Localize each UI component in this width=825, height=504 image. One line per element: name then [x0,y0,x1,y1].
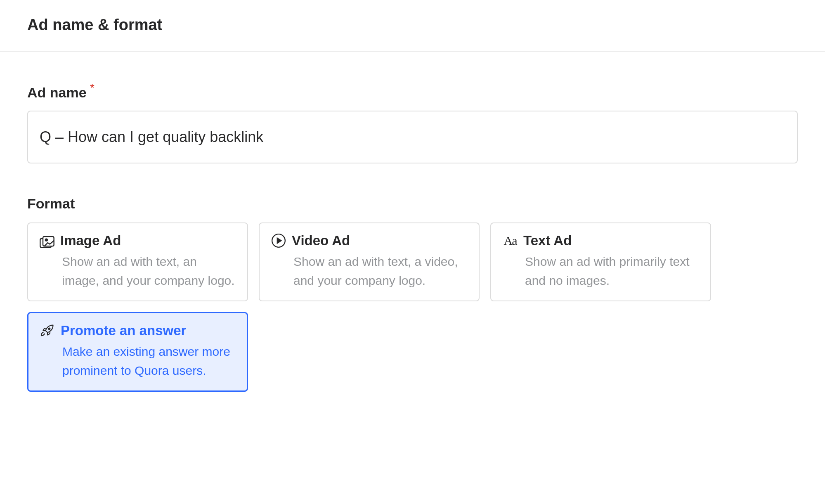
format-card-text-ad[interactable]: Aa Text Ad Show an ad with primarily tex… [490,222,711,301]
format-grid: Image Ad Show an ad with text, an image,… [27,222,798,392]
format-label: Format [27,196,798,212]
text-aa-icon: Aa [502,232,518,249]
format-card-desc: Show an ad with text, a video, and your … [270,252,469,291]
svg-point-1 [45,239,47,241]
format-card-desc: Make an existing answer more prominent t… [39,342,237,381]
ad-name-label-row: Ad name * [27,85,798,101]
format-card-desc: Show an ad with primarily text and no im… [502,252,700,291]
ad-name-input[interactable] [27,111,798,163]
svg-rect-0 [43,237,54,246]
format-card-title: Text Ad [523,233,572,248]
format-card-promote-answer[interactable]: Promote an answer Make an existing answe… [27,312,248,392]
section-title: Ad name & format [27,16,825,35]
ad-name-label: Ad name [27,85,87,100]
format-card-title: Image Ad [60,233,121,248]
required-asterisk: * [90,81,95,94]
format-card-desc: Show an ad with text, an image, and your… [39,252,237,291]
format-card-title: Video Ad [292,233,350,248]
section-header: Ad name & format [0,0,825,52]
play-circle-icon [270,232,287,249]
image-icon [39,232,55,249]
format-card-title: Promote an answer [61,323,186,338]
format-card-image-ad[interactable]: Image Ad Show an ad with text, an image,… [27,222,248,301]
svg-point-3 [49,328,50,329]
format-card-video-ad[interactable]: Video Ad Show an ad with text, a video, … [259,222,480,301]
rocket-icon [39,322,56,339]
